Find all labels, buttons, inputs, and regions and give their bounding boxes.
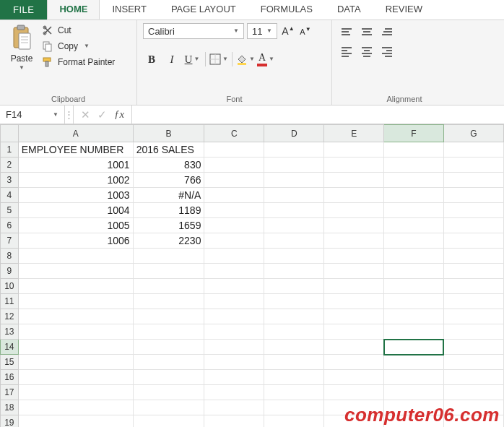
cell-G6[interactable] <box>443 218 503 233</box>
cell-G1[interactable] <box>443 142 503 158</box>
cell-G17[interactable] <box>443 385 503 400</box>
column-header-A[interactable]: A <box>18 125 133 142</box>
column-header-B[interactable]: B <box>133 125 204 142</box>
cell-G13[interactable] <box>443 324 503 340</box>
tab-home[interactable]: HOME <box>47 0 100 20</box>
cell-E8[interactable] <box>324 249 384 264</box>
cell-B1[interactable]: 2016 SALES <box>133 142 204 158</box>
cell-D4[interactable] <box>264 188 324 203</box>
align-bottom-button[interactable] <box>378 23 396 40</box>
cell-F19[interactable] <box>384 415 444 428</box>
row-header-6[interactable]: 6 <box>1 218 19 233</box>
row-header-14[interactable]: 14 <box>1 340 19 355</box>
cell-A15[interactable] <box>18 355 133 370</box>
cell-D10[interactable] <box>264 279 324 294</box>
row-header-5[interactable]: 5 <box>1 203 19 218</box>
cell-B11[interactable] <box>133 294 204 309</box>
bold-button[interactable]: B <box>143 51 160 68</box>
insert-function-button[interactable]: ƒx <box>114 108 124 121</box>
cell-D12[interactable] <box>264 309 324 324</box>
column-header-F[interactable]: F <box>384 125 444 142</box>
row-header-1[interactable]: 1 <box>1 142 19 158</box>
row-header-11[interactable]: 11 <box>1 294 19 309</box>
cell-C18[interactable] <box>204 400 264 415</box>
align-left-button[interactable] <box>338 43 355 61</box>
cell-D8[interactable] <box>264 249 324 264</box>
cell-B13[interactable] <box>133 324 204 340</box>
cell-A2[interactable]: 1001 <box>18 158 133 173</box>
cell-F7[interactable] <box>384 233 444 249</box>
tab-formulas[interactable]: FORMULAS <box>248 0 325 20</box>
font-size-combo[interactable]: 11 ▼ <box>247 23 277 39</box>
formula-input[interactable] <box>131 105 504 124</box>
cell-G14[interactable] <box>443 340 503 355</box>
row-header-3[interactable]: 3 <box>1 173 19 188</box>
column-header-E[interactable]: E <box>324 125 384 142</box>
decrease-font-size-button[interactable]: A▼ <box>297 23 313 39</box>
cell-C13[interactable] <box>204 324 264 340</box>
row-header-12[interactable]: 12 <box>1 309 19 324</box>
cell-B5[interactable]: 1189 <box>133 203 204 218</box>
cell-F12[interactable] <box>384 309 444 324</box>
cell-A17[interactable] <box>18 385 133 400</box>
cell-B14[interactable] <box>133 340 204 355</box>
increase-font-size-button[interactable]: A▲ <box>280 23 296 39</box>
tab-insert[interactable]: INSERT <box>100 0 158 20</box>
column-header-G[interactable]: G <box>443 125 503 142</box>
italic-button[interactable]: I <box>163 51 181 68</box>
cut-button[interactable]: Cut <box>42 25 115 36</box>
name-box[interactable]: F14 ▼ <box>0 105 65 124</box>
cell-F5[interactable] <box>384 203 444 218</box>
cell-C12[interactable] <box>204 309 264 324</box>
cancel-icon[interactable]: ✕ <box>81 108 90 121</box>
cell-C3[interactable] <box>204 173 264 188</box>
cell-C4[interactable] <box>204 188 264 203</box>
cell-C9[interactable] <box>204 264 264 279</box>
tab-page-layout[interactable]: PAGE LAYOUT <box>159 0 248 20</box>
file-tab[interactable]: FILE <box>0 0 47 20</box>
name-box-resize-handle[interactable]: ⋮ <box>65 105 74 124</box>
align-right-button[interactable] <box>378 43 396 61</box>
cell-A18[interactable] <box>18 400 133 415</box>
cell-D17[interactable] <box>264 385 324 400</box>
cell-C10[interactable] <box>204 279 264 294</box>
cell-G16[interactable] <box>443 370 503 385</box>
cell-F1[interactable] <box>384 142 444 158</box>
cell-F16[interactable] <box>384 370 444 385</box>
cell-D14[interactable] <box>264 340 324 355</box>
cell-D9[interactable] <box>264 264 324 279</box>
cell-G18[interactable] <box>443 400 503 415</box>
cell-G8[interactable] <box>443 249 503 264</box>
cell-E11[interactable] <box>324 294 384 309</box>
cell-B10[interactable] <box>133 279 204 294</box>
cell-E12[interactable] <box>324 309 384 324</box>
cell-D11[interactable] <box>264 294 324 309</box>
cell-D18[interactable] <box>264 400 324 415</box>
cell-D1[interactable] <box>264 142 324 158</box>
cell-E19[interactable] <box>324 415 384 428</box>
cell-A19[interactable] <box>18 415 133 428</box>
cell-E3[interactable] <box>324 173 384 188</box>
cell-F14[interactable] <box>384 340 444 355</box>
cell-A7[interactable]: 1006 <box>18 233 133 249</box>
cell-G7[interactable] <box>443 233 503 249</box>
align-middle-button[interactable] <box>358 23 375 40</box>
cell-G5[interactable] <box>443 203 503 218</box>
row-header-15[interactable]: 15 <box>1 355 19 370</box>
font-color-button[interactable]: A ▼ <box>257 51 274 68</box>
cell-F4[interactable] <box>384 188 444 203</box>
cell-A10[interactable] <box>18 279 133 294</box>
cell-B9[interactable] <box>133 264 204 279</box>
cell-D3[interactable] <box>264 173 324 188</box>
cell-E10[interactable] <box>324 279 384 294</box>
paste-button[interactable]: Paste ▼ <box>6 23 38 71</box>
cell-C19[interactable] <box>204 415 264 428</box>
cell-C11[interactable] <box>204 294 264 309</box>
cell-C5[interactable] <box>204 203 264 218</box>
cell-F6[interactable] <box>384 218 444 233</box>
cell-F10[interactable] <box>384 279 444 294</box>
cell-C16[interactable] <box>204 370 264 385</box>
cell-G11[interactable] <box>443 294 503 309</box>
copy-button[interactable]: Copy ▼ <box>42 40 115 52</box>
cell-A8[interactable] <box>18 249 133 264</box>
